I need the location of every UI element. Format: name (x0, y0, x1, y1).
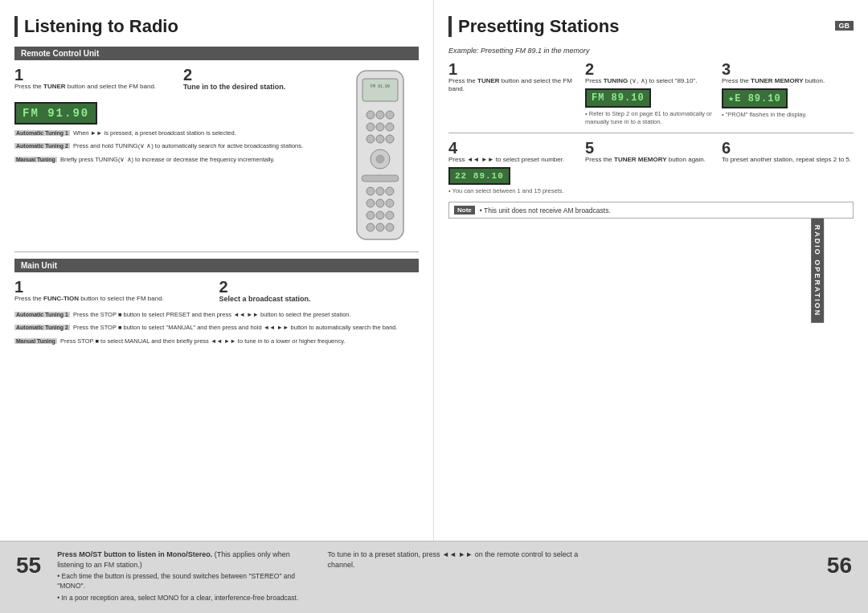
svg-point-25 (376, 223, 384, 231)
page-number-right: 56 (598, 553, 852, 578)
svg-point-8 (386, 123, 394, 131)
preset-step1-desc: Press the TUNER button and select the FM… (448, 77, 580, 94)
manual-tuning-1-text: Briefly press TUNING(∨ ∧) to increase or… (60, 156, 275, 163)
svg-point-24 (366, 223, 375, 231)
remote-step2-title: Tune in to the desired station. (183, 83, 347, 92)
svg-point-10 (376, 135, 384, 143)
preset-step-6: 6 To preset another station, repeat step… (722, 140, 854, 195)
preset-step2-desc: Press TUNING (∨, ∧) to select "89.10". (585, 77, 717, 85)
steps-row-1-3: 1 Press the TUNER button and select the … (448, 61, 854, 126)
left-page-title: Listening to Radio (14, 16, 419, 37)
right-page-title: Presetting Stations (448, 16, 619, 37)
main-auto-tuning-1: Automatic Tuning 1 Press the STOP ■ butt… (14, 311, 419, 320)
main-auto1-text: Press the STOP ■ button to select PRESET… (73, 311, 351, 318)
remote-step1-desc: Press the TUNER button and select the FM… (14, 83, 178, 91)
svg-point-17 (386, 187, 394, 195)
main-step1-desc: Press the FUNC-TION button to select the… (14, 295, 215, 303)
footer-bold-text: Press MO/ST button to listen in Mono/Ste… (57, 550, 212, 558)
right-header-row: Presetting Stations GB (448, 16, 854, 47)
main-step1-num: 1 (14, 279, 215, 295)
display-fm8910: FM 89.10 (585, 88, 651, 108)
note-text: • This unit does not receive AM broadcas… (480, 206, 611, 215)
auto-tuning-2-label: Automatic Tuning 2 (14, 143, 70, 149)
main-auto-tuning-2: Automatic Tuning 2 Press the STOP ■ butt… (14, 324, 419, 333)
svg-point-3 (366, 111, 375, 119)
preset-step3-num: 3 (722, 61, 854, 77)
bottom-footer: 55 Press MO/ST button to listen in Mono/… (0, 541, 868, 613)
manual-tuning-1-label: Manual Tuning (14, 157, 57, 162)
example-label: Example: Presetting FM 89.1 in the memor… (448, 47, 854, 55)
radio-operation-label: RADIO OPERATION (811, 218, 824, 322)
remote-step2-num: 2 (183, 67, 347, 83)
preset-step5-desc: Press the TUNER MEMORY button again. (585, 156, 717, 164)
svg-point-13 (376, 155, 384, 163)
remote-section-header: Remote Control Unit (14, 47, 419, 60)
preset-step4-num: 4 (448, 140, 580, 156)
section-divider (14, 251, 419, 252)
remote-svg: FM 91.90 (350, 67, 411, 243)
main-step-1: 1 Press the FUNC-TION button to select t… (14, 279, 215, 304)
main-step2-title: Select a broadcast station. (219, 295, 420, 304)
gb-badge: GB (835, 21, 854, 31)
main-tuning-notes: Automatic Tuning 1 Press the STOP ■ butt… (14, 311, 419, 346)
manual-tuning-1: Manual Tuning Briefly press TUNING(∨ ∧) … (14, 156, 347, 165)
remote-step-1: 1 Press the TUNER button and select the … (14, 67, 178, 92)
svg-point-16 (376, 187, 384, 195)
svg-text:FM 91.90: FM 91.90 (371, 84, 390, 89)
remote-illustration: FM 91.90 (350, 67, 419, 245)
auto-tuning-2: Automatic Tuning 2 Press and hold TUNING… (14, 142, 347, 151)
preset-step6-num: 6 (722, 140, 854, 156)
footer-bullet-1: • Each time the button is pressed, the s… (57, 572, 311, 591)
main-unit-steps-row: 1 Press the FUNC-TION button to select t… (14, 279, 419, 304)
preset-step-1: 1 Press the TUNER button and select the … (448, 61, 580, 126)
footer-left-col: 55 (16, 550, 41, 578)
svg-point-4 (376, 111, 384, 119)
svg-point-5 (386, 111, 394, 119)
svg-point-6 (366, 123, 375, 131)
note-tag: Note (454, 206, 475, 215)
preset-step1-num: 1 (448, 61, 580, 77)
main-manual-label: Manual Tuning (14, 338, 57, 344)
left-page: Listening to Radio Remote Control Unit 1… (0, 0, 434, 541)
footer-left-note-text: Press MO/ST button to listen in Mono/Ste… (57, 550, 311, 570)
preset-step5-num: 5 (585, 140, 717, 156)
svg-point-19 (376, 199, 384, 207)
svg-point-23 (386, 211, 394, 219)
svg-point-11 (386, 135, 394, 143)
svg-rect-14 (362, 175, 399, 182)
page-number-left: 55 (16, 553, 41, 578)
preset-step2-sub: • Refer to Step 2 on page 61 to automati… (585, 110, 717, 126)
preset-step-3: 3 Press the TUNER MEMORY button. ★E 89.1… (722, 61, 854, 126)
footer-right-note-text: To tune in to a preset station, press ◄◄… (327, 550, 581, 570)
main-auto2-label: Automatic Tuning 2 (14, 325, 70, 330)
main-manual-tuning: Manual Tuning Press STOP ■ to select MAN… (14, 337, 419, 346)
main-step-2: 2 Select a broadcast station. (219, 279, 420, 304)
right-divider (448, 133, 854, 133)
display-fm9190: FM 91.90 (14, 102, 97, 125)
display-preset8910: 22 89.10 (448, 167, 510, 185)
auto-tuning-1-label: Automatic Tuning 1 (14, 130, 70, 136)
svg-point-15 (366, 187, 375, 195)
svg-point-22 (376, 211, 384, 219)
remote-step1-num: 1 (14, 67, 178, 83)
remote-left-steps: 1 Press the TUNER button and select the … (14, 67, 347, 245)
svg-point-7 (376, 123, 384, 131)
remote-step-2: 2 Tune in to the desired station. (183, 67, 347, 92)
preset-step4-desc: Press ◄◄ ►► to select preset number. (448, 156, 580, 164)
remote-main-content: 1 Press the TUNER button and select the … (14, 67, 419, 245)
auto-tuning-1-text: When ►► is pressed, a preset broadcast s… (73, 129, 236, 137)
main-auto2-text: Press the STOP ■ button to select "MANUA… (73, 324, 398, 331)
main-manual-text: Press STOP ■ to select MANUAL and then b… (60, 337, 346, 345)
display-star8910: ★E 89.10 (722, 88, 788, 108)
auto-tuning-1: Automatic Tuning 1 When ►► is pressed, a… (14, 129, 347, 138)
preset-step6-desc: To preset another station, repeat steps … (722, 156, 854, 164)
footer-right-col: 56 (598, 550, 852, 578)
svg-point-21 (366, 211, 375, 219)
svg-point-18 (366, 199, 375, 207)
footer-right-note: To tune in to a preset station, press ◄◄… (327, 550, 581, 570)
auto-tuning-2-text: Press and hold TUNING(∨ ∧) to automatica… (73, 142, 303, 149)
svg-point-20 (386, 199, 394, 207)
preset-step-4: 4 Press ◄◄ ►► to select preset number. 2… (448, 140, 580, 195)
preset-step-2: 2 Press TUNING (∨, ∧) to select "89.10".… (585, 61, 717, 126)
svg-rect-1 (362, 79, 398, 101)
